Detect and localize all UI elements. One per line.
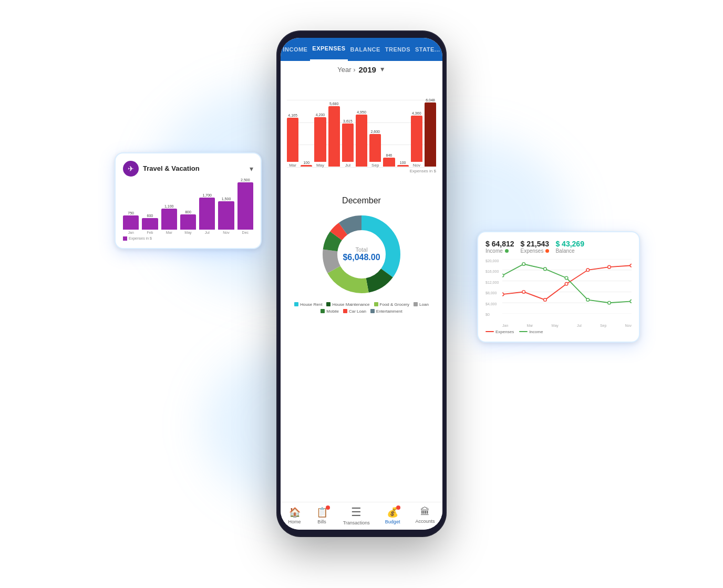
nav-bills-label: Bills xyxy=(317,519,326,524)
travel-bar-0: 750Jan xyxy=(123,211,139,234)
nav-bills[interactable]: 📋 Bills xyxy=(316,507,328,524)
donut-chart: Total $6,048.00 xyxy=(317,210,406,299)
svg-point-15 xyxy=(544,298,547,301)
x-axis-labels: Jan Mar May Jul Sep Nov xyxy=(502,324,632,327)
legend-entertainment: Entertainment xyxy=(370,309,402,314)
nav-budget-label: Budget xyxy=(385,519,400,524)
travel-dropdown-icon[interactable]: ▾ xyxy=(250,164,253,173)
travel-chart-note: Expenses in $ xyxy=(123,236,253,241)
finance-stats: $ 64,812 Income $ 21,543 Expenses $ 43,2… xyxy=(486,240,632,254)
svg-point-13 xyxy=(502,293,504,296)
svg-point-20 xyxy=(502,274,504,277)
bar-group-8: 100 xyxy=(397,161,409,168)
svg-point-22 xyxy=(544,267,547,271)
legend-loan: Loan xyxy=(414,302,429,307)
income-amount: $ 64,812 xyxy=(486,240,514,248)
balance-stat: $ 43,269 Balance xyxy=(555,240,584,254)
accounts-icon: 🏛 xyxy=(420,507,430,518)
line-chart-svg xyxy=(502,259,632,314)
bills-badge xyxy=(326,506,330,510)
chart-note: Expenses in $ xyxy=(287,169,436,173)
expenses-label-row: Expenses xyxy=(521,248,550,254)
y-axis-labels: $20,000 $16,000 $12,000 $8,000 $4,000 $0 xyxy=(486,259,502,317)
donut-section: December Total $6,048.00 xyxy=(281,192,442,321)
bar-group-6: 2,600Sep xyxy=(369,130,381,168)
nav-accounts[interactable]: 🏛 Accounts xyxy=(415,507,435,524)
bar-group-1: 100 xyxy=(301,161,312,168)
year-prev-label: Year › xyxy=(337,66,355,74)
svg-point-26 xyxy=(630,300,632,303)
svg-point-18 xyxy=(608,265,611,269)
expenses-amount: $ 21,543 xyxy=(521,240,550,248)
bar-group-2: 4,200May xyxy=(314,113,326,168)
nav-budget[interactable]: 💰 Budget xyxy=(385,507,400,524)
bar-group-9: 4,360Nov xyxy=(411,111,422,168)
donut-legend: House Rent House Maintenance Food & Groc… xyxy=(287,299,436,317)
bottom-navigation: 🏠 Home 📋 Bills ☰ Transactions 💰 xyxy=(281,502,442,530)
year-dropdown-icon: ▼ xyxy=(379,66,386,73)
home-icon: 🏠 xyxy=(289,507,301,518)
nav-home-label: Home xyxy=(288,519,301,524)
bills-icon: 📋 xyxy=(316,507,328,518)
legend-car-loan: Car Loan xyxy=(343,309,366,314)
nav-transactions-label: Transactions xyxy=(343,520,370,525)
legend-house-rent: House Rent xyxy=(294,302,322,307)
travel-bar-5: 1,500Nov xyxy=(218,197,234,234)
line-chart: $20,000 $16,000 $12,000 $8,000 $4,000 $0 xyxy=(486,259,632,327)
bar-group-7: 846 xyxy=(383,153,395,168)
budget-badge xyxy=(396,506,400,510)
bar-group-10: 6,048 xyxy=(425,98,436,168)
year-value: 2019 xyxy=(358,65,376,74)
income-stat: $ 64,812 Income xyxy=(486,240,514,254)
income-label-row: Income xyxy=(486,248,514,254)
legend-food-grocery: Food & Grocery xyxy=(374,302,409,307)
bar-group-3: 5,680 xyxy=(328,102,340,168)
donut-title: December xyxy=(342,196,381,205)
tab-income[interactable]: INCOME xyxy=(281,38,309,61)
svg-point-17 xyxy=(586,268,590,271)
tab-statements[interactable]: STATE... xyxy=(413,38,442,61)
travel-card-title: Travel & Vacation xyxy=(143,164,245,172)
tab-balance[interactable]: BALANCE xyxy=(348,38,383,61)
expenses-bar-chart: 4,165Mar1004,200May5,6803,615Jul4,9502,6… xyxy=(281,76,442,192)
nav-home[interactable]: 🏠 Home xyxy=(288,507,301,524)
balance-amount: $ 43,269 xyxy=(555,240,584,248)
legend-income-line: Income xyxy=(519,329,543,334)
travel-bar-4: 1,700Jul xyxy=(199,193,215,234)
svg-point-19 xyxy=(630,264,632,267)
legend-expenses-line: Expenses xyxy=(486,329,514,334)
scene: INCOME EXPENSES BALANCE TRENDS STATE... … xyxy=(125,32,598,557)
travel-vacation-card: ✈ Travel & Vacation ▾ 750Jan600Feb1,100M… xyxy=(115,152,262,249)
tab-expenses[interactable]: EXPENSES xyxy=(310,38,347,61)
income-dot xyxy=(505,249,509,253)
tab-trends[interactable]: TRENDS xyxy=(383,38,412,61)
legend-mobile: Mobile xyxy=(321,309,339,314)
expenses-dot xyxy=(545,249,549,253)
balance-label-row: Balance xyxy=(555,248,584,254)
svg-point-24 xyxy=(586,298,590,301)
finance-card: $ 64,812 Income $ 21,543 Expenses $ 43,2… xyxy=(477,231,640,343)
nav-transactions[interactable]: ☰ Transactions xyxy=(343,506,370,525)
year-selector[interactable]: Year › 2019 ▼ xyxy=(281,61,442,76)
travel-bar-3: 800May xyxy=(180,210,196,234)
budget-icon: 💰 xyxy=(387,507,398,518)
bar-group-0: 4,165Mar xyxy=(287,114,298,168)
travel-icon: ✈ xyxy=(123,161,139,177)
expenses-stat: $ 21,543 Expenses xyxy=(521,240,550,254)
nav-accounts-label: Accounts xyxy=(415,519,435,524)
line-chart-legend: Expenses Income xyxy=(486,329,632,334)
tab-bar: INCOME EXPENSES BALANCE TRENDS STATE... xyxy=(281,38,442,61)
svg-point-25 xyxy=(608,301,611,304)
svg-point-23 xyxy=(565,276,568,280)
donut-center: Total $6,048.00 xyxy=(343,246,380,262)
svg-point-14 xyxy=(522,290,525,293)
travel-bar-2: 1,100Mar xyxy=(161,204,177,234)
bar-group-5: 4,950 xyxy=(356,110,367,168)
travel-bar-1: 600Feb xyxy=(142,214,158,234)
main-phone: INCOME EXPENSES BALANCE TRENDS STATE... … xyxy=(277,32,446,536)
legend-house-maintenance: House Maintenance xyxy=(326,302,369,307)
card-travel-header: ✈ Travel & Vacation ▾ xyxy=(123,161,253,177)
travel-bar-chart: 750Jan600Feb1,100Mar800May1,700Jul1,500N… xyxy=(123,182,253,234)
travel-bar-6: 2,500Dec xyxy=(237,178,253,234)
transactions-icon: ☰ xyxy=(351,506,362,519)
